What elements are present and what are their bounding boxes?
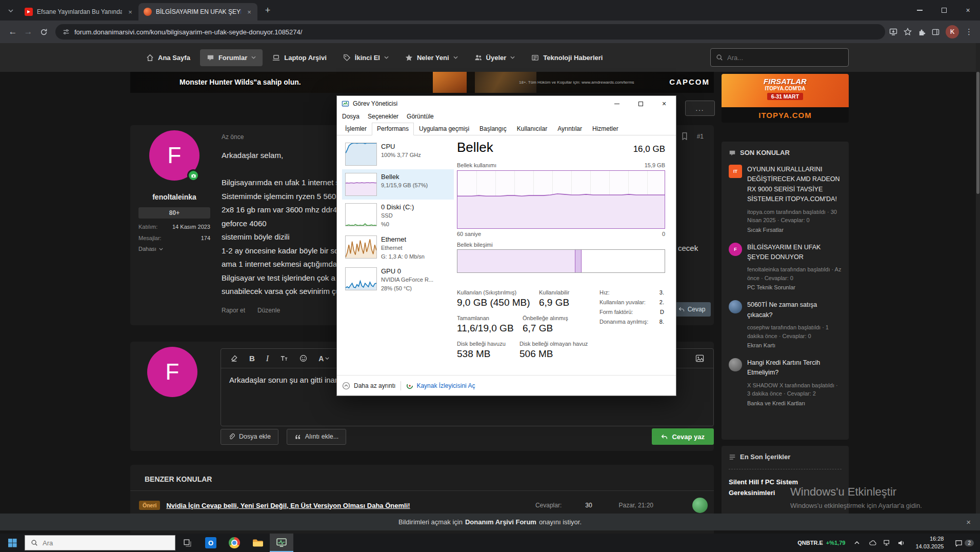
memory-composition-bar[interactable] xyxy=(457,249,665,273)
top-ad-banner[interactable]: Monster Hunter Wilds"a sahip olun. 18+. … xyxy=(130,72,714,93)
close-button[interactable]: × xyxy=(652,96,676,111)
avatar[interactable]: F xyxy=(149,130,199,181)
insert-image-icon[interactable] xyxy=(695,354,704,362)
site-info-icon[interactable] xyxy=(63,28,70,35)
forum-search-box[interactable] xyxy=(710,48,849,67)
taskbar-clock[interactable]: 16:28 14.03.2025 xyxy=(910,535,949,550)
menu-dosya[interactable]: Dosya xyxy=(338,111,364,123)
menu-goruntule[interactable]: Görüntüle xyxy=(403,111,438,123)
topic-category[interactable]: PC Teknik Sorunlar xyxy=(747,284,842,290)
thread-tools-overflow-button[interactable]: ... xyxy=(685,101,715,116)
edit-link[interactable]: Düzenle xyxy=(257,307,280,314)
maximize-button[interactable] xyxy=(629,96,652,111)
perf-item-gpu[interactable]: GPU 0 NVIDIA GeForce R... 28% (50 °C) xyxy=(342,264,454,296)
url-bar[interactable]: forum.donanimarsivi.com/konu/bilgisayari… xyxy=(55,24,885,40)
topic-title[interactable]: 5060Tİ Ne zaman satışa çıkacak? xyxy=(747,300,842,320)
notification-center-button[interactable]: 2 xyxy=(949,534,980,552)
minimize-button[interactable] xyxy=(605,96,629,111)
close-button[interactable]: × xyxy=(956,0,980,21)
taskbar-outlook-button[interactable]: O xyxy=(199,534,223,552)
avatar[interactable] xyxy=(692,498,708,513)
topic-category[interactable]: Banka ve Kredi Kartları xyxy=(747,400,842,406)
nav-item-ikinci-el[interactable]: İkinci El xyxy=(336,49,395,66)
bold-button[interactable]: B xyxy=(249,354,255,363)
network-icon[interactable] xyxy=(884,540,891,546)
nav-item-neler-yeni[interactable]: Neler Yeni xyxy=(398,49,465,66)
smiley-icon[interactable] xyxy=(299,354,307,362)
italic-button[interactable]: I xyxy=(266,354,269,363)
font-color-icon[interactable]: A xyxy=(318,354,329,363)
open-resource-monitor-link[interactable]: Kaynak İzleyicisini Aç xyxy=(406,382,475,389)
tab-ayrintilar[interactable]: Ayrıntılar xyxy=(552,123,587,135)
perf-item-disk[interactable]: 0 Diski (C:) SSD %0 xyxy=(342,200,454,232)
similar-thread-link[interactable]: Nvidia İçin Cevap belli, Yeni Seri Değil… xyxy=(166,502,410,509)
tab-kullanicilar[interactable]: Kullanıcılar xyxy=(512,123,552,135)
topic-item[interactable]: Hangi Kredi Kartını Tercih Etmeliyim? X … xyxy=(729,358,842,406)
insert-quote-button[interactable]: Alıntı ekle... xyxy=(287,429,346,445)
forum-search-input[interactable] xyxy=(727,54,843,62)
nav-item-laptop-arsivi[interactable]: Laptop Arşivi xyxy=(266,49,333,66)
extensions-icon[interactable] xyxy=(918,28,926,36)
post-number[interactable]: #1 xyxy=(697,133,704,140)
nav-item-uyeler[interactable]: Üyeler xyxy=(468,49,522,66)
post-timestamp[interactable]: Az önce xyxy=(222,133,244,141)
taskbar-search-input[interactable] xyxy=(43,539,169,547)
volume-icon[interactable] xyxy=(897,540,905,546)
topic-title[interactable]: BİLGİSAYARIM EN UFAK ŞEYDE DONUYOR xyxy=(747,243,842,263)
remove-format-icon[interactable] xyxy=(230,354,238,362)
report-link[interactable]: Rapor et xyxy=(222,307,245,314)
install-icon[interactable] xyxy=(889,28,897,36)
reply-button[interactable]: Cevap xyxy=(673,302,711,317)
hidden-icons-chevron[interactable] xyxy=(850,541,864,544)
tab-hizmetler[interactable]: Hizmetler xyxy=(587,123,624,135)
side-panel-icon[interactable] xyxy=(932,28,939,36)
tab-islemler[interactable]: İşlemler xyxy=(340,123,372,135)
close-icon[interactable]: × xyxy=(966,518,971,526)
start-button[interactable] xyxy=(0,534,25,552)
new-tab-button[interactable]: + xyxy=(261,3,275,17)
topic-item[interactable]: 5060Tİ Ne zaman satışa çıkacak? cosephw … xyxy=(729,300,842,348)
topic-item[interactable]: IT OYUNUN KURALLLARINI DEĞİŞTİRECEK AMD … xyxy=(729,165,842,233)
topic-title[interactable]: OYUNUN KURALLLARINI DEĞİŞTİRECEK AMD RAD… xyxy=(747,165,842,205)
forward-button[interactable]: → xyxy=(21,24,36,40)
sidebar-ad[interactable]: FIRSATLAR ITOPYA.COM'DA 6-31 MART ITOPYA… xyxy=(722,74,849,123)
scrollbar-thumb[interactable] xyxy=(976,72,979,194)
less-details-toggle[interactable]: Daha az ayrıntı xyxy=(342,382,395,390)
nav-item-forumlar[interactable]: Forumlar xyxy=(200,49,263,66)
post-author-name[interactable]: fenoltaleinka xyxy=(138,193,210,201)
taskbar-chrome-button[interactable] xyxy=(223,534,246,552)
perf-item-memory[interactable]: Bellek 9,1/15,9 GB (57%) xyxy=(342,169,454,200)
tab-close-icon[interactable]: × xyxy=(126,8,134,16)
topic-title[interactable]: Hangi Kredi Kartını Tercih Etmeliyim? xyxy=(747,358,842,378)
perf-item-ethernet[interactable]: Ethernet Ethernet G: 1,3 A: 0 Mb/sn xyxy=(342,232,454,264)
tab-performans[interactable]: Performans xyxy=(372,123,414,135)
text-size-icon[interactable] xyxy=(280,354,288,362)
topic-category[interactable]: Sıcak Fırsatlar xyxy=(747,227,842,233)
browser-tab-forum[interactable]: BİLGİSAYARIM EN UFAK ŞEYDE × xyxy=(138,3,257,21)
profile-avatar[interactable]: K xyxy=(946,25,959,38)
tab-uygulama-gecmisi[interactable]: Uygulama geçmişi xyxy=(414,123,474,135)
browser-menu-icon[interactable]: ⋮ xyxy=(965,27,973,36)
task-view-button[interactable] xyxy=(175,534,199,552)
task-manager-titlebar[interactable]: Görev Yöneticisi × xyxy=(337,96,676,111)
nav-item-teknoloji-haberleri[interactable]: Teknoloji Haberleri xyxy=(525,49,609,66)
browser-tab-youtube[interactable]: Efsane Yayınlardan Bu Yanında × xyxy=(19,3,138,21)
attach-file-button[interactable]: Dosya ekle xyxy=(221,429,278,445)
tab-baslangic[interactable]: Başlangıç xyxy=(474,123,512,135)
perf-item-cpu[interactable]: CPU 100% 3,77 GHz xyxy=(342,139,454,169)
topic-category[interactable]: Ekran Kartı xyxy=(747,342,842,348)
tab-search-icon[interactable] xyxy=(4,4,17,17)
maximize-button[interactable] xyxy=(932,0,956,21)
back-button[interactable]: ← xyxy=(5,24,21,40)
menu-secenekler[interactable]: Seçenekler xyxy=(364,111,403,123)
refresh-button[interactable] xyxy=(36,24,51,40)
nav-item-ana-sayfa[interactable]: Ana Sayfa xyxy=(139,49,197,66)
page-scrollbar[interactable] xyxy=(976,43,980,514)
minimize-button[interactable] xyxy=(908,0,932,21)
topic-item[interactable]: F BİLGİSAYARIM EN UFAK ŞEYDE DONUYOR fen… xyxy=(729,243,842,291)
taskbar-search-box[interactable] xyxy=(25,535,175,550)
author-more-toggle[interactable]: Dahası xyxy=(138,246,210,252)
taskbar-explorer-button[interactable] xyxy=(246,534,270,552)
bookmark-star-icon[interactable] xyxy=(904,28,912,36)
onedrive-cloud-icon[interactable] xyxy=(869,540,877,546)
